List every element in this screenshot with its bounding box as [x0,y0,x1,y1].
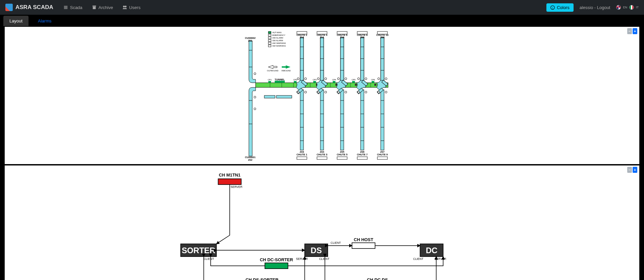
lang-en-label[interactable]: EN [623,6,627,9]
nav-right: i Colors alessio - Logout EN IT [546,3,639,12]
chute-top-2[interactable]: CHUTE 6Z10 [336,31,348,91]
nav-archive-label: Archive [99,5,113,10]
colors-label: Colors [557,5,570,10]
svg-point-48 [305,78,307,80]
ds-client2: CLIENT [331,241,341,244]
ch-m1tn1-box[interactable] [218,179,241,185]
svg-rect-103 [297,157,307,159]
brand-icon [5,4,13,11]
svg-point-143 [385,91,387,93]
svg-point-40 [254,73,256,75]
direction-arrows: OUTBOUND INBOUND [267,65,291,72]
svg-point-89 [378,78,380,80]
colors-button[interactable]: i Colors [546,3,574,12]
cu2-zone: Z01 [248,39,253,42]
zoom-in-button-2[interactable]: + [633,167,637,173]
zoom-in-button[interactable]: + [633,28,637,34]
svg-rect-6 [268,37,271,39]
mimic-svg[interactable]: AUT-MAN EMERGENCY HW ALARM SW ALARM HW W… [5,27,639,164]
chute-bot-3[interactable]: Z06CHUTE 7 [357,88,368,159]
svg-rect-7 [268,40,271,42]
svg-rect-4 [268,31,271,33]
ch-host-box[interactable] [352,243,375,249]
svg-point-100 [297,91,299,93]
tunnel-box[interactable] [275,81,285,83]
zoom-out-button-2[interactable]: − [627,167,632,173]
svg-point-111 [317,91,319,93]
chute-bot-0[interactable]: Z03CHUTE 1 [297,88,307,159]
chute-top-3[interactable]: CHUTE 8Z09 [357,31,368,91]
legend-sw-alarm: SW ALARM [272,40,283,42]
ch-ds-sorter-label: CH DS-SORTER [246,277,279,280]
svg-point-1 [125,6,126,7]
svg-rect-30 [268,81,271,83]
flag-it-icon[interactable] [629,5,634,10]
svg-rect-126 [361,90,364,150]
cp2-label: CP2 [293,79,297,81]
brand: ASRA SCADA [5,4,53,11]
brand-text: ASRA SCADA [15,4,53,11]
ch-dc-sorter-box[interactable] [265,263,288,269]
svg-point-110 [325,91,327,93]
chute-top-1[interactable]: CHUTE 4Z11 [316,31,328,91]
nav-scada[interactable]: Scada [63,5,83,10]
legend-sw-warning: SW WARNING [272,45,286,47]
nav-links: Scada Archive Users [63,5,141,10]
cu1-zone: Z02 [248,158,253,161]
canvas-wrap: − + AUT-MAN EMERGENCY HW ALARM SW ALARM … [5,27,639,258]
svg-rect-29 [374,84,376,86]
ch-dc-sorter-label: CH DC-SORTER [260,257,293,262]
svg-rect-104 [320,90,324,150]
comm-svg[interactable]: CH M1TN1 SERVER SORTER CLIENT DS SERVER … [5,165,639,280]
nav-scada-label: Scada [70,5,83,10]
chute-bot-2[interactable]: Z05CHUTE 5 [337,88,347,159]
svg-rect-9 [268,45,271,47]
nav-archive[interactable]: Archive [92,5,113,10]
users-icon [122,5,127,10]
zoom-out-button[interactable]: − [627,28,632,34]
svg-marker-11 [282,65,290,69]
svg-rect-93 [300,90,304,150]
chute-bot-4[interactable]: Z07CHUTE 9 [377,88,388,159]
svg-rect-35 [372,81,374,83]
cp3-label: CP3 [313,79,317,81]
cp1-label: CP1 [268,79,272,81]
ds-text: DS [311,246,322,255]
svg-rect-31 [294,81,297,83]
svg-point-133 [358,91,360,93]
cp5-label: CP5 [352,79,356,81]
svg-text:CHUTE 1: CHUTE 1 [297,153,307,156]
chute-top-0[interactable]: CHUTE 2Z12 [296,31,308,91]
svg-point-69 [337,78,339,80]
flag-en-icon[interactable] [616,5,621,10]
svg-point-132 [365,91,367,93]
user-logout[interactable]: alessio - Logout [580,5,610,10]
svg-point-49 [297,78,299,80]
svg-text:CHUTE 3: CHUTE 3 [317,153,327,156]
lang-it-label[interactable]: IT [636,6,639,9]
archive-icon [92,5,97,10]
left-loop[interactable] [249,41,256,156]
svg-text:Z10: Z10 [340,36,344,39]
branches: CHUTE 2Z12CHUTE 4Z11CHUTE 6Z10CHUTE 8Z09… [296,31,388,159]
svg-rect-8 [268,42,271,44]
svg-rect-114 [317,157,327,159]
ch-host-label: CH HOST [354,237,373,242]
chute-bot-1[interactable]: Z04CHUTE 3 [317,88,327,159]
svg-point-68 [345,78,347,80]
tab-layout[interactable]: Layout [3,16,29,26]
nav-users-label: Users [129,5,141,10]
spur-1[interactable] [264,95,275,98]
svg-point-59 [317,78,319,80]
svg-rect-136 [357,157,367,159]
dc-text: DC [426,246,437,255]
svg-marker-10 [268,65,277,69]
svg-point-79 [358,78,360,80]
spur-2[interactable] [276,95,292,98]
legend-hw-alarm: HW ALARM [272,37,283,39]
zoom-controls-comm: − + [627,167,637,173]
tab-alarms[interactable]: Alarms [32,16,57,26]
chute-top-4[interactable]: CHUTE 10Z08 [376,31,388,91]
info-icon: i [550,5,555,10]
nav-users[interactable]: Users [122,5,141,10]
